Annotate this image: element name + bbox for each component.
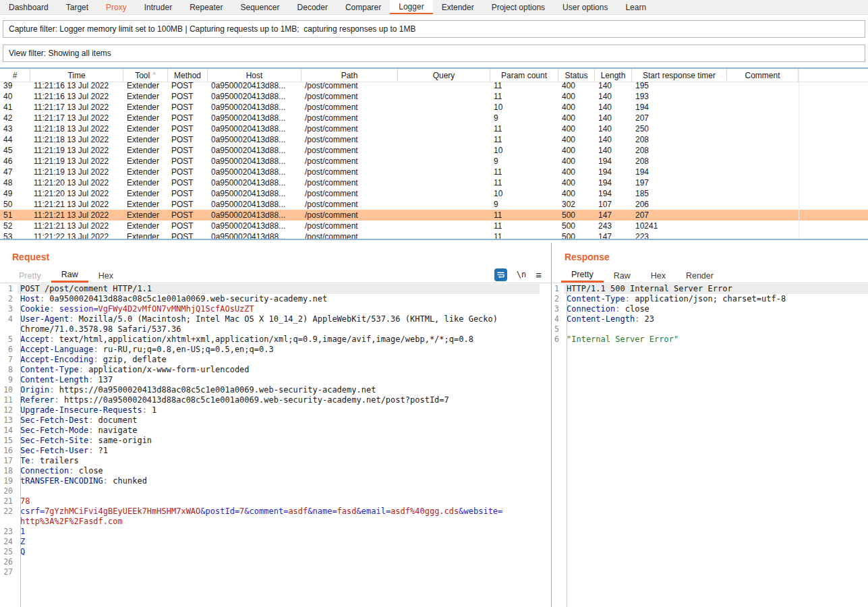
view-filter-bar[interactable]: View filter: Showing all items — [3, 45, 865, 62]
menu-item-repeater[interactable]: Repeater — [181, 0, 231, 14]
cell-method: POST — [168, 232, 208, 240]
column-header-host[interactable]: Host — [208, 69, 301, 82]
line-content: Cookie: session=VgFWy4D2vMfON7vMNMhjQ1Sc… — [18, 304, 540, 314]
editor-line: 1POST /post/comment HTTP/1.1 — [0, 284, 551, 294]
cell-status: 400 — [558, 135, 595, 144]
capture-filter-bar[interactable]: Capture filter: Logger memory limit set … — [3, 20, 865, 38]
line-content: Content-Type: application/json; charset=… — [564, 294, 868, 304]
response-tab-raw[interactable]: Raw — [604, 268, 641, 283]
table-row[interactable]: 4911:21:20 13 Jul 2022ExtenderPOST0a9500… — [0, 188, 868, 199]
table-row[interactable]: 4511:21:19 13 Jul 2022ExtenderPOST0a9500… — [0, 145, 868, 156]
cell-param-count: 11 — [490, 124, 558, 134]
cell-param-count: 11 — [490, 167, 558, 177]
line-content: Upgrade-Insecure-Requests: 1 — [18, 405, 540, 415]
line-content: Z — [18, 537, 540, 547]
menu-item-decoder[interactable]: Decoder — [289, 0, 337, 14]
menu-item-project-options[interactable]: Project options — [483, 0, 554, 14]
table-end-divider — [799, 69, 799, 239]
line-number: 4 — [0, 314, 18, 324]
column-header-path[interactable]: Path — [301, 69, 398, 82]
response-tab-render[interactable]: Render — [676, 268, 724, 283]
cell-tool: Extender — [123, 178, 168, 187]
cell-host: 0a9500020413d88... — [208, 81, 301, 90]
request-editor[interactable]: 1POST /post/comment HTTP/1.12Host: 0a950… — [0, 284, 551, 607]
request-tabs: PrettyRawHex — [0, 268, 551, 283]
menu-item-user-options[interactable]: User options — [554, 0, 616, 14]
response-lines: 1HTTP/1.1 500 Internal Server Error2Cont… — [552, 284, 868, 345]
request-tab-hex[interactable]: Hex — [88, 268, 123, 283]
cell-col: 44 — [0, 135, 30, 144]
table-row[interactable]: 4111:21:17 13 Jul 2022ExtenderPOST0a9500… — [0, 102, 868, 113]
column-header-comment[interactable]: Comment — [727, 69, 799, 82]
newline-toggle-icon[interactable]: \n — [517, 270, 526, 279]
cell-col: 43 — [0, 124, 30, 134]
editor-line: 2Content-Type: application/json; charset… — [552, 294, 868, 304]
column-header-query[interactable]: Query — [398, 69, 490, 82]
menu-item-target[interactable]: Target — [57, 0, 97, 14]
cell-col: 53 — [0, 232, 30, 240]
response-editor[interactable]: 1HTTP/1.1 500 Internal Server Error2Cont… — [552, 284, 868, 607]
editor-menu-icon[interactable]: ≡ — [536, 269, 542, 281]
cell-host: 0a9500020413d88... — [208, 124, 301, 134]
response-tab-pretty[interactable]: Pretty — [561, 268, 604, 283]
table-row[interactable]: 5111:21:21 13 Jul 2022ExtenderPOST0a9500… — [0, 210, 868, 221]
cell-param-count: 9 — [490, 113, 558, 123]
table-row[interactable]: 4011:21:16 13 Jul 2022ExtenderPOST0a9500… — [0, 91, 868, 102]
editor-line: 14Sec-Fetch-Mode: navigate — [0, 426, 551, 436]
line-number: 2 — [552, 294, 564, 304]
table-row[interactable]: 4411:21:18 13 Jul 2022ExtenderPOST0a9500… — [0, 134, 868, 145]
request-tab-raw[interactable]: Raw — [51, 268, 88, 283]
table-row[interactable]: 5311:21:22 13 Jul 2022ExtenderPOST0a9500… — [0, 231, 868, 240]
response-tab-hex[interactable]: Hex — [641, 268, 676, 283]
table-row[interactable]: 4211:21:17 13 Jul 2022ExtenderPOST0a9500… — [0, 113, 868, 123]
line-number: 3 — [0, 304, 18, 314]
table-row[interactable]: 4611:21:19 13 Jul 2022ExtenderPOST0a9500… — [0, 156, 868, 167]
word-wrap-icon[interactable] — [494, 268, 507, 281]
column-header-time[interactable]: Time — [30, 69, 123, 82]
cell-start-response-timer: 208 — [632, 156, 727, 166]
table-row[interactable]: 4311:21:18 13 Jul 2022ExtenderPOST0a9500… — [0, 123, 868, 134]
table-row[interactable]: 4711:21:19 13 Jul 2022ExtenderPOST0a9500… — [0, 167, 868, 177]
cell-host: 0a9500020413d88... — [208, 178, 301, 187]
editor-line: 4Content-Length: 23 — [552, 314, 868, 324]
column-header-col[interactable]: # — [0, 69, 30, 82]
editor-line: 6Accept-Language: ru-RU,ru;q=0.8,en-US;q… — [0, 345, 551, 355]
menu-item-learn[interactable]: Learn — [616, 0, 655, 14]
cell-status: 400 — [558, 113, 595, 123]
line-content: Content-Length: 137 — [18, 375, 540, 385]
line-content: Connection: close — [18, 466, 540, 476]
menu-item-extender[interactable]: Extender — [433, 0, 483, 14]
request-tab-pretty[interactable]: Pretty — [9, 268, 51, 283]
cell-status: 400 — [558, 81, 595, 90]
cell-time: 11:21:21 13 Jul 2022 — [30, 221, 123, 231]
column-header-length[interactable]: Length — [595, 69, 632, 82]
column-label: Time — [67, 71, 85, 80]
column-header-start-response-timer[interactable]: Start response timer — [632, 69, 727, 82]
menu-item-comparer[interactable]: Comparer — [337, 0, 390, 14]
editor-line: 11Referer: https://0a9500020413d88ac08c5… — [0, 395, 551, 405]
cell-host: 0a9500020413d88... — [208, 146, 301, 155]
menu-item-logger[interactable]: Logger — [390, 0, 432, 14]
line-number: 1 — [552, 284, 564, 294]
column-header-param-count[interactable]: Param count — [490, 69, 558, 82]
cell-param-count: 11 — [490, 232, 558, 240]
cell-host: 0a9500020413d88... — [208, 103, 301, 112]
cell-time: 11:21:19 13 Jul 2022 — [30, 146, 123, 155]
menu-item-proxy[interactable]: Proxy — [97, 0, 136, 14]
column-header-tool[interactable]: Tool^ — [123, 69, 168, 82]
table-row[interactable]: 5011:21:21 13 Jul 2022ExtenderPOST0a9500… — [0, 199, 868, 210]
menu-item-dashboard[interactable]: Dashboard — [0, 0, 57, 14]
cell-param-count: 9 — [490, 200, 558, 209]
cell-length: 140 — [595, 124, 632, 134]
line-content — [18, 557, 540, 567]
column-header-status[interactable]: Status — [558, 69, 595, 82]
menu-item-intruder[interactable]: Intruder — [136, 0, 181, 14]
table-row[interactable]: 4811:21:20 13 Jul 2022ExtenderPOST0a9500… — [0, 177, 868, 188]
table-row[interactable]: 5211:21:21 13 Jul 2022ExtenderPOST0a9500… — [0, 221, 868, 231]
column-header-method[interactable]: Method — [168, 69, 208, 82]
cell-path: /post/comment — [301, 92, 398, 101]
cell-time: 11:21:18 13 Jul 2022 — [30, 124, 123, 134]
editor-line: 7Accept-Encoding: gzip, deflate — [0, 355, 551, 365]
cell-col: 39 — [0, 81, 30, 90]
menu-item-sequencer[interactable]: Sequencer — [232, 0, 289, 14]
